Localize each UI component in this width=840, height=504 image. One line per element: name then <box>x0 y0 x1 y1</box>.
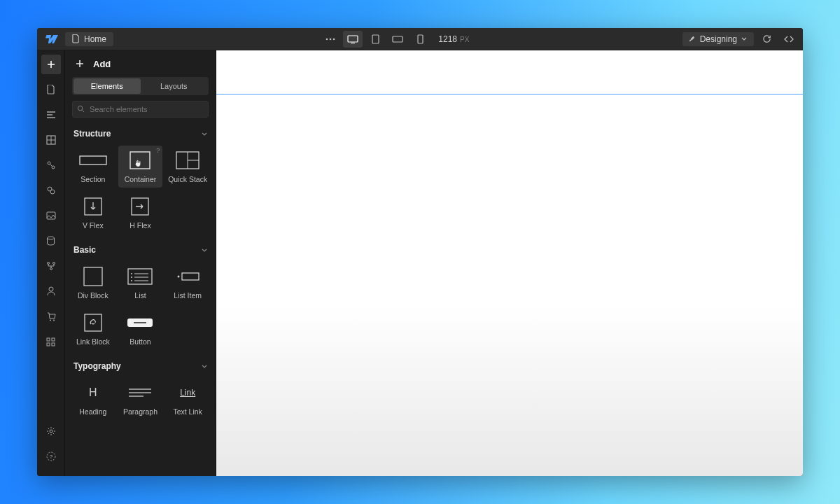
topbar: Home 1218 PX Designing <box>37 28 803 50</box>
breakpoint-tablet-icon[interactable] <box>365 31 385 48</box>
add-panel-title: Add <box>93 59 111 69</box>
rail-cms-icon[interactable] <box>41 231 61 251</box>
grab-cursor-icon <box>134 158 143 167</box>
svg-rect-46 <box>85 314 102 331</box>
more-menu-icon[interactable] <box>321 31 340 48</box>
canvas-width-unit: PX <box>460 36 469 43</box>
rail-navigator-icon[interactable] <box>41 105 61 125</box>
svg-point-42 <box>131 280 132 281</box>
left-rail: ? <box>37 50 65 476</box>
design-canvas[interactable] <box>216 50 803 476</box>
tab-layouts[interactable]: Layouts <box>141 78 208 94</box>
svg-rect-6 <box>393 36 402 42</box>
help-icon[interactable]: ? <box>156 147 160 154</box>
add-panel-tabs: Elements Layouts <box>72 77 209 95</box>
element-list-item[interactable]: List Item <box>165 262 210 304</box>
svg-text:?: ? <box>49 454 52 460</box>
typography-grid: H Heading Paragraph Link Text Link <box>65 375 216 427</box>
element-div-block[interactable]: Div Block <box>71 262 115 304</box>
svg-point-0 <box>326 38 328 40</box>
chevron-down-icon <box>202 132 207 136</box>
svg-point-14 <box>48 237 55 239</box>
element-button[interactable]: Button <box>118 308 163 350</box>
mode-label: Designing <box>700 34 737 44</box>
element-heading[interactable]: H Heading <box>71 378 115 420</box>
rail-logic-icon[interactable] <box>41 256 61 276</box>
svg-rect-45 <box>182 273 199 280</box>
rail-pages-icon[interactable] <box>41 80 61 99</box>
rail-assets-icon[interactable] <box>41 206 61 225</box>
svg-rect-3 <box>348 36 358 42</box>
svg-point-1 <box>330 38 332 40</box>
svg-point-40 <box>131 276 132 278</box>
svg-point-17 <box>50 268 52 270</box>
search-input[interactable] <box>72 101 209 118</box>
chevron-down-icon <box>741 37 747 41</box>
section-basic-header[interactable]: Basic <box>65 241 216 259</box>
svg-point-12 <box>50 190 55 194</box>
svg-point-18 <box>49 287 53 291</box>
page-home-button[interactable]: Home <box>65 32 113 46</box>
svg-point-2 <box>333 38 335 40</box>
chevron-down-icon <box>202 248 207 252</box>
svg-point-10 <box>52 166 55 169</box>
rail-help-icon[interactable]: ? <box>41 447 61 466</box>
section-basic-title: Basic <box>74 245 96 255</box>
structure-grid: Section ? Container Quick Stack V Fl <box>65 143 216 241</box>
svg-rect-24 <box>52 343 55 346</box>
rail-style-icon[interactable] <box>41 181 61 200</box>
page-home-label: Home <box>84 34 106 44</box>
rail-users-icon[interactable] <box>41 281 61 301</box>
svg-point-44 <box>178 276 180 278</box>
element-paragraph[interactable]: Paragraph <box>118 378 163 420</box>
element-list[interactable]: List <box>118 262 163 304</box>
basic-grid: Div Block List List Item Link Block Butt… <box>65 259 216 357</box>
svg-point-20 <box>53 319 55 321</box>
main-area: ? Add Elements Layouts <box>37 50 803 476</box>
search-elements <box>72 101 209 118</box>
svg-point-19 <box>50 319 51 321</box>
svg-rect-36 <box>84 267 102 286</box>
code-icon[interactable] <box>779 31 799 48</box>
search-icon <box>77 105 85 113</box>
rail-components-icon[interactable] <box>41 130 61 150</box>
section-typography-header[interactable]: Typography <box>65 357 216 375</box>
breakpoint-mobile-icon[interactable] <box>410 31 430 48</box>
element-section[interactable]: Section <box>71 146 115 188</box>
rail-apps-icon[interactable] <box>41 332 61 351</box>
tab-elements[interactable]: Elements <box>74 78 141 94</box>
page-icon <box>72 34 80 43</box>
element-link-block[interactable]: Link Block <box>71 308 115 350</box>
element-container[interactable]: ? Container <box>118 146 163 188</box>
svg-point-28 <box>78 106 82 110</box>
app-window: Home 1218 PX Designing <box>37 28 803 476</box>
breakpoint-desktop-icon[interactable] <box>343 31 363 48</box>
svg-rect-22 <box>52 338 55 341</box>
canvas-width-value: 1218 <box>438 34 457 44</box>
breakpoint-landscape-icon[interactable] <box>388 31 407 48</box>
svg-rect-21 <box>47 338 50 341</box>
section-structure-header[interactable]: Structure <box>65 125 216 143</box>
rail-variables-icon[interactable] <box>41 155 61 175</box>
rail-settings-icon[interactable] <box>41 421 61 441</box>
add-panel-header: Add <box>65 50 216 77</box>
refresh-icon[interactable] <box>757 31 776 48</box>
rail-ecommerce-icon[interactable] <box>41 307 61 326</box>
section-typography-title: Typography <box>74 361 121 371</box>
svg-rect-37 <box>128 269 152 284</box>
element-quick-stack[interactable]: Quick Stack <box>165 146 210 188</box>
svg-point-15 <box>47 262 49 265</box>
svg-point-9 <box>48 162 50 164</box>
element-v-flex[interactable]: V Flex <box>71 192 115 234</box>
plus-icon <box>74 57 86 70</box>
mode-toggle[interactable]: Designing <box>682 32 754 46</box>
webflow-logo[interactable] <box>41 31 62 48</box>
rail-add-icon[interactable] <box>41 55 61 74</box>
chevron-down-icon <box>202 365 207 368</box>
canvas-width-display[interactable]: 1218 PX <box>438 34 469 44</box>
element-h-flex[interactable]: H Flex <box>118 192 163 234</box>
selection-indicator <box>216 94 803 94</box>
element-text-link[interactable]: Link Text Link <box>165 378 210 420</box>
svg-point-38 <box>131 273 132 274</box>
section-structure-title: Structure <box>74 129 111 139</box>
